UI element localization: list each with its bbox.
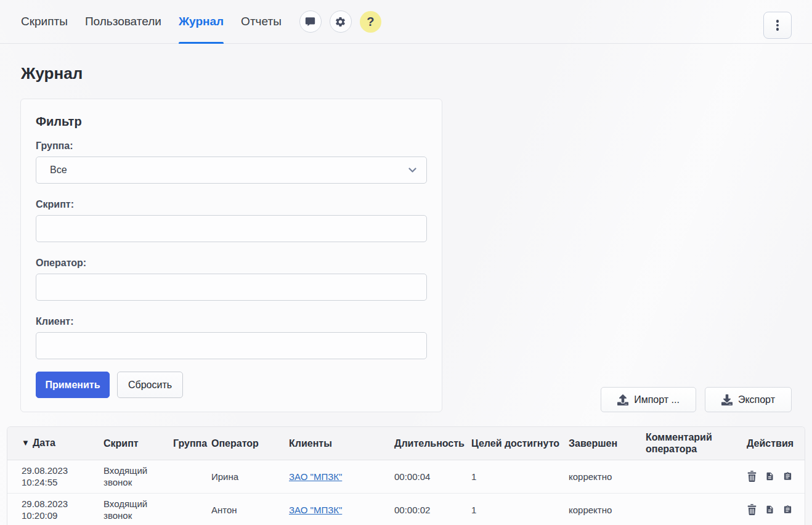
cell-goals: 1 xyxy=(457,493,554,525)
script-field: Скрипт: xyxy=(36,198,427,242)
filter-buttons: Применить Сбросить xyxy=(36,372,427,398)
cell-group xyxy=(159,460,197,493)
cell-goals: 1 xyxy=(457,460,554,493)
download-icon xyxy=(721,394,733,405)
group-label: Группа: xyxy=(36,139,427,153)
nav-icon-buttons: ? xyxy=(299,0,389,43)
tab-scripts[interactable]: Скрипты xyxy=(21,0,68,43)
cell-actions xyxy=(733,493,805,525)
kebab-dot xyxy=(776,24,779,27)
header-script[interactable]: Скрипт xyxy=(89,427,159,460)
client-field: Клиент: xyxy=(36,315,427,359)
header-goals[interactable]: Целей достигнуто xyxy=(457,427,554,460)
settings-button[interactable] xyxy=(330,10,352,33)
question-mark-icon: ? xyxy=(367,15,374,29)
upload-icon xyxy=(617,394,628,405)
document-icon xyxy=(765,471,774,482)
cell-group xyxy=(159,493,197,525)
page-title: Журнал xyxy=(21,64,792,83)
help-button[interactable]: ? xyxy=(360,11,381,33)
import-label: Импорт ... xyxy=(634,394,680,405)
group-select-value: Все xyxy=(50,165,67,176)
clipboard-button[interactable] xyxy=(782,504,792,515)
chat-button[interactable] xyxy=(299,10,322,33)
filter-panel: Фильтр Группа: Все Скрипт: Оператор: xyxy=(20,99,442,412)
header-group[interactable]: Группа xyxy=(159,427,197,460)
header-date[interactable]: ▼Дата xyxy=(7,427,89,460)
trash-icon xyxy=(747,504,757,515)
journal-table-card: ▼Дата Скрипт Группа Оператор Клиенты Дли… xyxy=(7,426,805,525)
tab-journal[interactable]: Журнал xyxy=(179,0,224,43)
cell-completed: корректно xyxy=(554,493,631,525)
delete-button[interactable] xyxy=(747,504,757,515)
document-icon xyxy=(765,504,774,515)
kebab-dot xyxy=(776,28,779,31)
clipboard-icon xyxy=(783,504,792,515)
delete-button[interactable] xyxy=(747,471,757,482)
client-input[interactable] xyxy=(36,332,427,359)
chevron-down-icon xyxy=(408,168,416,173)
kebab-dot xyxy=(776,20,779,23)
header-completed[interactable]: Завершен xyxy=(554,427,631,460)
import-export-buttons: Импорт ... Экспорт xyxy=(601,387,792,412)
header-actions: Действия xyxy=(733,427,805,460)
apply-button[interactable]: Применить xyxy=(36,372,110,398)
document-button[interactable] xyxy=(765,504,774,515)
cell-operator: Антон xyxy=(197,493,275,525)
main-content: Журнал Фильтр Группа: Все Скрипт: Операт… xyxy=(0,64,812,525)
operator-input[interactable] xyxy=(36,274,427,301)
journal-table: ▼Дата Скрипт Группа Оператор Клиенты Дли… xyxy=(7,427,805,525)
script-input[interactable] xyxy=(36,215,427,242)
clipboard-icon xyxy=(783,471,792,482)
trash-icon xyxy=(747,471,757,482)
client-label: Клиент: xyxy=(36,315,427,328)
group-field: Группа: Все xyxy=(36,139,427,184)
cell-duration: 00:00:02 xyxy=(380,493,457,525)
cell-comment xyxy=(631,493,733,525)
export-button[interactable]: Экспорт xyxy=(705,387,792,412)
script-label: Скрипт: xyxy=(36,198,427,211)
cell-clients: ЗАО "МПЗК" xyxy=(275,493,380,525)
cell-completed: корректно xyxy=(554,460,631,493)
clipboard-button[interactable] xyxy=(782,471,792,482)
import-button[interactable]: Импорт ... xyxy=(601,387,696,412)
kebab-menu-button[interactable] xyxy=(763,12,792,39)
cell-operator: Ирина xyxy=(197,460,275,493)
document-button[interactable] xyxy=(765,471,774,482)
cell-date: 29.08.2023 10:20:09 xyxy=(7,493,89,525)
sort-desc-icon: ▼ xyxy=(22,438,30,447)
cell-script: Входящий звонок xyxy=(89,493,159,525)
top-navigation: Скрипты Пользователи Журнал Отчеты ? xyxy=(0,0,812,44)
chat-icon xyxy=(305,17,315,27)
cell-duration: 00:00:04 xyxy=(380,460,457,493)
cell-actions xyxy=(733,460,805,493)
header-clients[interactable]: Клиенты xyxy=(275,427,380,460)
cell-comment xyxy=(631,460,733,493)
header-operator[interactable]: Оператор xyxy=(197,427,275,460)
tab-users[interactable]: Пользователи xyxy=(85,0,161,43)
tab-reports[interactable]: Отчеты xyxy=(241,0,282,43)
export-label: Экспорт xyxy=(738,394,775,405)
cell-script: Входящий звонок xyxy=(89,460,159,493)
header-comment[interactable]: Комментарий оператора xyxy=(631,427,733,460)
table-row: 29.08.2023 10:20:09 Входящий звонок Анто… xyxy=(7,493,805,525)
client-link[interactable]: ЗАО "МПЗК" xyxy=(289,505,342,515)
group-select[interactable]: Все xyxy=(36,157,427,184)
operator-label: Оператор: xyxy=(36,256,427,270)
cell-date: 29.08.2023 10:24:55 xyxy=(7,460,89,493)
reset-button[interactable]: Сбросить xyxy=(117,372,183,398)
header-duration[interactable]: Длительность xyxy=(380,427,457,460)
nav-tabs: Скрипты Пользователи Журнал Отчеты xyxy=(21,0,299,43)
cell-clients: ЗАО "МПЗК" xyxy=(275,460,380,493)
client-link[interactable]: ЗАО "МПЗК" xyxy=(289,471,342,482)
table-row: 29.08.2023 10:24:55 Входящий звонок Ирин… xyxy=(7,460,805,493)
table-header-row: ▼Дата Скрипт Группа Оператор Клиенты Дли… xyxy=(7,427,805,460)
operator-field: Оператор: xyxy=(36,256,427,301)
gear-icon xyxy=(335,16,346,28)
filter-title: Фильтр xyxy=(36,115,427,129)
